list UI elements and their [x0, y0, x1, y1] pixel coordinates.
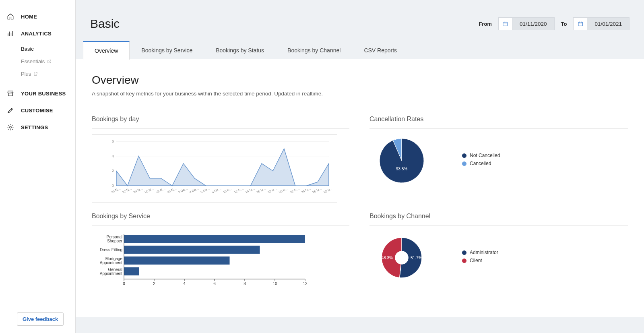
store-icon [6, 90, 15, 97]
legend-swatch [462, 161, 466, 166]
pie-legend: Not Cancelled Cancelled [462, 153, 500, 169]
svg-text:28 D…: 28 D… [323, 186, 332, 193]
header: Basic From 01/11/2020 To 01/01/2021 [76, 0, 644, 41]
svg-text:24 D…: 24 D… [301, 186, 312, 193]
chart-bookings-by-service: Bookings by Service PersonalShopperDress… [92, 213, 349, 294]
svg-text:6: 6 [112, 140, 114, 143]
legend-item: Cancelled [462, 161, 500, 166]
sidebar-item-label: ANALYTICS [21, 31, 52, 37]
legend-swatch [462, 259, 466, 263]
svg-rect-37 [124, 256, 230, 265]
svg-rect-32 [124, 235, 305, 243]
svg-text:22 D…: 22 D… [289, 186, 300, 193]
sidebar-item-analytics[interactable]: ANALYTICS [0, 25, 75, 42]
svg-text:6: 6 [213, 281, 216, 286]
svg-point-61 [395, 251, 408, 264]
svg-text:0: 0 [123, 281, 125, 286]
tab-bookings-status[interactable]: Bookings by Status [204, 41, 276, 60]
svg-text:14 D…: 14 D… [245, 186, 256, 193]
pie-chart-svg: 93.5% [369, 134, 434, 187]
svg-text:28 N…: 28 N… [155, 186, 166, 193]
svg-text:10 D…: 10 D… [222, 186, 233, 193]
tab-bookings-service[interactable]: Bookings by Service [130, 41, 204, 60]
tab-overview[interactable]: Overview [83, 41, 130, 60]
sidebar-item-settings[interactable]: SETTINGS [0, 119, 75, 136]
from-date-input[interactable]: 01/11/2020 [498, 17, 555, 30]
from-date-value: 01/11/2020 [512, 21, 554, 27]
svg-text:24 N…: 24 N… [133, 186, 144, 193]
sidebar-item-home[interactable]: HOME [0, 8, 75, 25]
sidebar-item-label: SETTINGS [21, 124, 48, 130]
analytics-icon [6, 30, 15, 37]
overview-desc: A snapshot of key metrics for your busin… [92, 91, 628, 97]
svg-text:Dress Fitting: Dress Fitting [100, 248, 122, 252]
to-date-input[interactable]: 01/01/2021 [573, 17, 630, 30]
subitem-basic[interactable]: Basic [21, 43, 75, 55]
donut-legend: Administrator Client [462, 250, 498, 266]
svg-text:2: 2 [112, 168, 114, 173]
chart-bookings-by-day: Bookings by day 024620 N…22 N…24 N…26 N…… [92, 116, 349, 203]
calendar-icon [499, 18, 512, 30]
legend-item: Client [462, 258, 498, 263]
subitem-plus[interactable]: Plus [21, 68, 75, 80]
svg-text:8 De…: 8 De… [211, 186, 222, 193]
svg-text:4 De…: 4 De… [189, 186, 200, 193]
svg-text:93.5%: 93.5% [396, 167, 407, 171]
sidebar-item-your-business[interactable]: YOUR BUSINESS [0, 85, 75, 102]
to-date-value: 01/01/2021 [587, 21, 629, 27]
svg-point-0 [10, 126, 12, 128]
sidebar: HOME ANALYTICS Basic Essentials Plus [0, 0, 76, 333]
svg-rect-2 [578, 22, 583, 26]
svg-text:18 D…: 18 D… [267, 186, 278, 193]
svg-text:16 D…: 16 D… [256, 186, 267, 193]
sidebar-item-label: YOUR BUSINESS [21, 91, 66, 97]
main: Basic From 01/11/2020 To 01/01/2021 [76, 0, 644, 333]
divider [92, 104, 628, 104]
svg-text:26 D…: 26 D… [312, 186, 323, 193]
svg-rect-40 [124, 267, 139, 275]
svg-rect-35 [124, 246, 260, 254]
date-range: From 01/11/2020 To 01/01/2021 [479, 17, 630, 30]
external-link-icon [33, 72, 38, 76]
chart-bookings-by-channel: Bookings by Channel 51.7%48.3% Administr… [369, 213, 628, 294]
svg-text:2: 2 [153, 281, 155, 286]
content-panel: Overview A snapshot of key metrics for y… [76, 59, 644, 317]
feedback-button[interactable]: Give feedback [17, 312, 64, 326]
line-chart-svg: 024620 N…22 N…24 N…26 N…28 N…30 N…2 De…4… [108, 140, 332, 193]
svg-text:22 N…: 22 N… [122, 186, 132, 193]
tab-csv-reports[interactable]: CSV Reports [352, 41, 409, 60]
overview-title: Overview [92, 74, 628, 87]
from-label: From [479, 21, 492, 27]
legend-item: Not Cancelled [462, 153, 500, 158]
svg-text:4: 4 [183, 281, 186, 286]
sidebar-item-customise[interactable]: CUSTOMISE [0, 102, 75, 119]
tab-bookings-channel[interactable]: Bookings by Channel [276, 41, 352, 60]
svg-text:4: 4 [112, 154, 114, 158]
legend-swatch [462, 153, 466, 158]
external-link-icon [47, 59, 52, 64]
svg-text:26 N…: 26 N… [144, 186, 155, 193]
svg-text:10: 10 [272, 281, 277, 286]
svg-text:Appointment: Appointment [100, 261, 122, 265]
svg-text:12: 12 [303, 281, 308, 286]
to-label: To [561, 21, 567, 27]
svg-text:8: 8 [244, 281, 246, 286]
legend-swatch [462, 250, 466, 255]
bar-chart-svg: PersonalShopperDress FittingMortgageAppo… [92, 232, 317, 292]
svg-text:20 D…: 20 D… [278, 186, 289, 193]
svg-text:6 De…: 6 De… [200, 186, 211, 193]
svg-text:12 D…: 12 D… [233, 186, 244, 193]
sidebar-item-label: CUSTOMISE [21, 108, 53, 114]
legend-item: Administrator [462, 250, 498, 255]
pencil-icon [6, 107, 15, 114]
calendar-icon [574, 18, 587, 30]
donut-chart-svg: 51.7%48.3% [369, 232, 434, 284]
home-icon [6, 13, 15, 20]
chart-cancellation-rates: Cancellation Rates 93.5% Not Cancelled C… [369, 116, 628, 203]
svg-text:51.7%: 51.7% [411, 256, 422, 260]
gear-icon [6, 124, 15, 131]
svg-text:48.3%: 48.3% [382, 256, 393, 260]
page-title: Basic [90, 17, 479, 31]
svg-text:2 De…: 2 De… [178, 186, 188, 193]
subitem-essentials[interactable]: Essentials [21, 55, 75, 68]
